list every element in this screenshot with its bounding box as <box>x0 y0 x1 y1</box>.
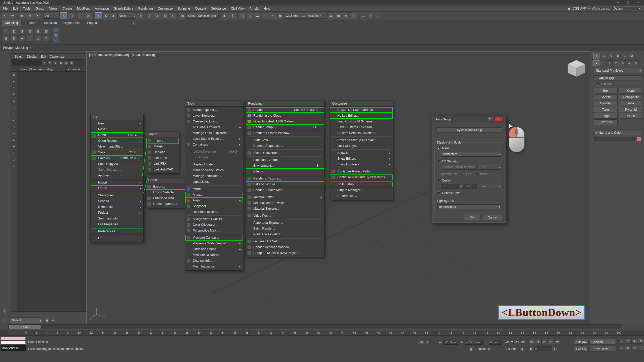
zoom-icon[interactable]: + <box>618 339 624 344</box>
collapse-panel-icon[interactable]: ◂ <box>3 307 6 315</box>
workspace-combo[interactable]: Default <box>612 6 641 11</box>
menubar-item-modifiers[interactable]: Modifiers <box>74 6 92 12</box>
menu-item-print-size-assistant[interactable]: Print Size Assistant... <box>246 232 324 237</box>
ribbon-tool-icon-1[interactable]: □ <box>3 28 10 34</box>
render-gallery-icon[interactable]: ▥ <box>367 12 374 19</box>
use-pivot-point-icon[interactable]: ◎ <box>137 12 144 19</box>
display-tab-icon[interactable]: □ <box>622 53 628 59</box>
render-production-icon[interactable]: ● <box>342 12 349 19</box>
frame-spinner[interactable]: ↕ <box>552 346 557 351</box>
key-filters-button[interactable]: Key Filters... <box>590 346 616 352</box>
ribbon-tool-icon-10[interactable]: ◇ <box>27 35 34 41</box>
ribbon-tool-icon-4[interactable]: ▥ <box>27 28 34 34</box>
autogrid-checkbox[interactable] <box>596 83 599 86</box>
menu-item-render-message-window[interactable]: Render Message Window... <box>246 244 324 250</box>
time-slider[interactable]: 0 / 100 <box>8 324 622 329</box>
z-value-field[interactable]: 0.0mm <box>489 340 502 345</box>
menu-item-light-lister[interactable]: Light Lister... <box>185 179 243 185</box>
menu-item-new[interactable]: New▸ <box>91 121 143 126</box>
material-editor-icon[interactable]: ◉ <box>276 12 284 19</box>
menu-item-preview-grab-viewport[interactable]: Preview - Grab Viewport▸ <box>185 241 243 246</box>
viewport-menu-general[interactable]: [+] <box>89 53 93 57</box>
menu-item-open[interactable]: Open...Ctrl+O <box>91 132 143 138</box>
select-by-name-icon[interactable]: ▤ <box>68 12 75 19</box>
menubar-item-file[interactable]: File <box>0 6 10 12</box>
menu-item-rendered-frame-window[interactable]: Rendered Frame Window... <box>246 130 324 136</box>
menu-item-reset[interactable]: Reset <box>91 126 143 132</box>
menu-item-bake-to-texture[interactable]: Bake to Texture... <box>246 182 324 187</box>
display-helpers-icon[interactable]: □ <box>12 105 16 109</box>
list-view-icon[interactable]: ▤ <box>64 61 69 65</box>
zoom-all-icon[interactable]: ◱ <box>625 339 631 344</box>
clear-search-icon[interactable]: × <box>42 61 47 65</box>
object-name-field[interactable] <box>594 137 635 141</box>
minimize-button[interactable]: – <box>612 0 623 6</box>
scene-explorer-menu-customize[interactable]: Customize <box>48 54 66 60</box>
display-groups-icon[interactable]: ▲ <box>12 118 16 122</box>
menu-item-open-recent[interactable]: Open Recent▸ <box>91 138 143 144</box>
display-xrefs-icon[interactable]: ◇ <box>12 125 16 129</box>
object-type-textplus[interactable]: TextPlus <box>594 119 618 125</box>
menu-item-revert-to-startup-ui-layout[interactable]: Revert to Startup UI Layout <box>330 137 393 143</box>
pan-view-icon[interactable]: ↔ <box>618 346 624 351</box>
lighting-units-combo[interactable]: International <box>437 204 501 209</box>
user-menu[interactable]: CGBUMP <box>573 7 586 10</box>
menu-item-render-to-texture[interactable]: Render to Texture... <box>246 176 324 182</box>
mirror-icon[interactable]: ◧ <box>221 12 228 19</box>
ribbon-tool-icon-3[interactable]: ◨ <box>19 28 26 34</box>
unlink-selection-icon[interactable]: ⊗ <box>26 12 33 19</box>
object-category-combo[interactable]: Standard Primitives <box>594 68 642 73</box>
menu-item-import[interactable]: Import▸ <box>91 180 143 186</box>
menu-item-crease-explorer[interactable]: Crease Explorer... <box>185 119 243 124</box>
system-unit-setup-button[interactable]: System Unit Setup <box>436 127 502 132</box>
menu-item-units-setup[interactable]: Units Setup... <box>330 182 393 187</box>
display-spacewarps-icon[interactable]: ≈ <box>12 112 16 116</box>
display-geometry-icon[interactable]: ● <box>12 79 16 83</box>
menu-item-measure-distance[interactable]: Measure Distance... <box>185 252 243 258</box>
column-header-name[interactable]: Name (Sorted Ascending) <box>20 66 54 72</box>
modify-tab-icon[interactable]: ◎ <box>600 53 607 59</box>
object-type-tube[interactable]: Tube <box>619 101 643 106</box>
toggle-layer-explorer-icon[interactable]: ≡ <box>246 12 253 19</box>
menu-item-export[interactable]: Export... <box>146 184 188 190</box>
menu-item-video-post[interactable]: Video Post... <box>246 213 324 219</box>
menu-item-material-explorer[interactable]: Material Explorer... <box>246 206 324 212</box>
adaptive-degradation-icon[interactable]: ▦ <box>468 347 473 352</box>
menubar-item-views[interactable]: Views <box>47 6 60 12</box>
menu-item-export-selected[interactable]: Export Selected... <box>146 190 188 195</box>
menu-item-manage-local-explorers[interactable]: Manage Local Explorers... <box>185 130 243 136</box>
menu-item-compare-media-in-ram-player[interactable]: Compare Media in RAM Player... <box>246 250 324 256</box>
next-frame-icon[interactable]: ▶| <box>548 339 554 344</box>
spacewarps-category-icon[interactable]: ≈ <box>626 60 632 66</box>
display-all-icon[interactable]: ◉ <box>12 73 16 77</box>
maximize-button[interactable]: □ <box>623 0 633 6</box>
menu-item-reference[interactable]: Reference▸ <box>91 204 143 210</box>
angle-snap-icon[interactable]: ∠ <box>154 12 161 19</box>
custom-radio[interactable] <box>437 179 440 182</box>
menu-item-render-surface-map[interactable]: Render Surface Map... <box>246 187 324 193</box>
ok-button[interactable]: OK <box>464 215 481 220</box>
column-header-frozen[interactable]: Frozen <box>71 66 80 72</box>
utilities-tab-icon[interactable]: ⚙ <box>629 53 635 59</box>
motion-tab-icon[interactable]: ◉ <box>615 53 621 59</box>
search-input[interactable] <box>12 61 41 65</box>
time-slider-handle[interactable]: 0 / 100 <box>9 325 41 329</box>
menu-item-link-fbx[interactable]: Link FBX <box>146 161 179 167</box>
lights-category-icon[interactable]: ☀ <box>607 60 613 66</box>
menu-item-preferences[interactable]: Preferences... <box>330 193 393 199</box>
display-bones-icon[interactable]: ∞ <box>12 131 16 135</box>
close-button[interactable]: × <box>633 0 644 6</box>
ribbon-tool-icon-8[interactable]: ◩ <box>11 35 18 41</box>
display-containers-icon[interactable]: ■ <box>12 138 16 142</box>
schematic-view-icon[interactable]: # <box>269 12 276 19</box>
select-and-link-icon[interactable]: ∞ <box>19 12 26 19</box>
ribbon-tool-icon-12[interactable]: ▽ <box>43 35 50 41</box>
object-type-plane[interactable]: Plane <box>619 113 643 119</box>
menu-item-import[interactable]: Import... <box>146 138 179 144</box>
redo-icon[interactable]: ↷ <box>9 12 16 19</box>
zoom-extents-all-icon[interactable]: ⊞ <box>638 339 644 344</box>
ribbon-tab-freeform[interactable]: Freeform <box>21 20 41 26</box>
menu-item-export[interactable]: Export▸ <box>91 186 143 191</box>
named-selection-sets-combo[interactable]: Create Selection Set <box>186 13 219 19</box>
menu-item-show-ui[interactable]: Show UI▸ <box>330 150 393 156</box>
